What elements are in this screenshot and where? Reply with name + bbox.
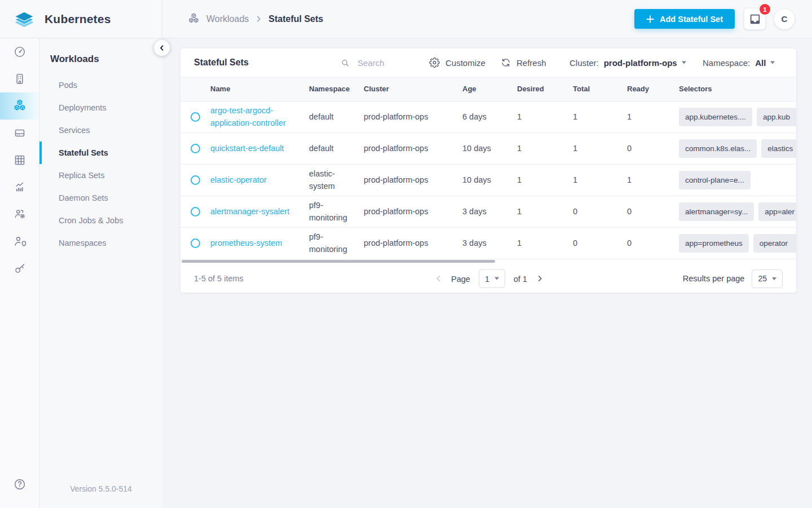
desired-cell: 1 [517,206,573,218]
page-number-dropdown[interactable]: 1 [479,270,505,288]
brand-header: Kubernetes [0,0,162,38]
selector-chip: elastics [761,139,796,158]
sidebar-item-cron-jobs-jobs[interactable]: Cron Jobs & Jobs [39,209,162,232]
stateful-set-name-link[interactable]: alertmanager-sysalert [210,207,289,216]
app-root: Kubernetes [0,0,812,508]
icon-rail [0,38,39,508]
sidebar-item-daemon-sets[interactable]: Daemon Sets [39,187,162,209]
age-cell: 10 days [462,174,517,186]
stateful-set-name-link[interactable]: elastic-operator [210,175,267,184]
horizontal-scrollbar-thumb[interactable] [182,260,495,263]
namespace-filter: Namespace: All [703,58,775,68]
column-header-cluster: Cluster [364,84,462,95]
rail-workloads-icon[interactable] [0,92,39,120]
results-per-page-dropdown[interactable]: 25 [752,270,783,288]
cluster-filter-label: Cluster: [570,58,599,68]
total-cell: 1 [573,143,627,154]
rail-monitoring-icon[interactable] [0,174,39,201]
column-header-age: Age [462,84,517,95]
selector-chip: common.k8s.elas... [679,139,757,158]
column-header-total: Total [573,84,627,95]
namespace-cell: pf9-monitoring [309,200,364,223]
stateful-sets-card: Stateful Sets [180,48,796,293]
cluster-dropdown[interactable]: prod-platform-ops [604,58,686,68]
cluster-cell: prod-platform-ops [364,174,462,186]
row-radio-button[interactable] [191,207,200,217]
selector-chip: app=prometheus [679,234,749,253]
desired-cell: 1 [517,237,573,249]
row-radio-button[interactable] [191,144,200,153]
header-actions: Add Stateful Set 1 C [634,8,795,29]
sidebar-item-replica-sets[interactable]: Replica Sets [39,164,162,187]
column-header-desired: Desired [517,84,573,95]
stateful-set-name-link[interactable]: prometheus-system [210,238,282,248]
selectors-cell: app=prometheusoperator [679,234,796,253]
column-header-selectors: Selectors [679,84,796,95]
table-row[interactable]: prometheus-system pf9-monitoring prod-pl… [180,228,796,259]
table-row[interactable]: argo-test-argocd-application-controller … [180,101,796,133]
add-stateful-set-button[interactable]: Add Stateful Set [634,9,735,29]
previous-page-button[interactable] [434,275,443,283]
rail-apps-grid-icon[interactable] [0,147,39,174]
rail-tenants-icon[interactable] [0,201,39,228]
age-cell: 6 days [462,111,517,123]
desired-cell: 1 [517,111,573,123]
chevron-down-icon [682,61,686,64]
rail-api-access-icon[interactable] [0,255,39,282]
refresh-label: Refresh [517,58,546,68]
table-row[interactable]: quickstart-es-default default prod-platf… [180,133,796,165]
namespace-cell: default [309,111,364,123]
page-number-value: 1 [485,274,489,283]
page-content: Stateful Sets [162,38,812,508]
ready-cell: 0 [627,206,679,218]
sidebar-item-services[interactable]: Services [39,119,162,142]
customize-button[interactable]: Customize [429,58,486,68]
rail-access-control-icon[interactable] [0,228,39,255]
cluster-cell: prod-platform-ops [364,237,462,249]
table-row[interactable]: elastic-operator elastic-system prod-pla… [180,165,796,196]
cluster-cell: prod-platform-ops [364,143,462,154]
version-label: Version 5.5.0-514 [39,484,162,493]
pagination: Page 1 of 1 [434,270,544,288]
namespace-dropdown[interactable]: All [755,58,775,68]
sidebar-item-stateful-sets[interactable]: Stateful Sets [39,142,162,164]
results-per-page: Results per page 25 [683,270,783,288]
avatar[interactable]: C [774,9,795,29]
refresh-button[interactable]: Refresh [501,58,546,68]
sidebar-item-pods[interactable]: Pods [39,74,162,96]
table-row[interactable]: alertmanager-sysalert pf9-monitoring pro… [180,196,796,228]
row-radio-button[interactable] [191,112,200,122]
sidebar-collapse-button[interactable] [154,40,170,56]
search-input[interactable] [356,58,418,68]
cluster-filter: Cluster: prod-platform-ops [570,58,686,68]
namespace-cell: pf9-monitoring [309,231,364,255]
table-footer: 1-5 of 5 items Page 1 of 1 [180,264,796,293]
chevron-down-icon [495,277,499,280]
help-icon[interactable] [0,471,39,498]
notifications-button[interactable]: 1 [744,8,765,29]
stateful-set-name-link[interactable]: argo-test-argocd-application-controller [210,106,286,127]
breadcrumb-parent[interactable]: Workloads [206,14,249,24]
rail-dashboard-icon[interactable] [0,38,39,65]
rail-infrastructure-icon[interactable] [0,65,39,92]
add-stateful-set-label: Add Stateful Set [660,15,723,24]
cluster-cell: prod-platform-ops [364,206,462,218]
items-count-label: 1-5 of 5 items [194,274,244,283]
page-label: Page [451,274,470,283]
age-cell: 3 days [462,206,517,218]
main-header: Workloads Stateful Sets Add Stateful Set [162,0,812,38]
selector-chip: control-plane=e... [679,171,751,190]
rail-storage-icon[interactable] [0,120,39,147]
brand-title: Kubernetes [45,12,111,26]
table-body: argo-test-argocd-application-controller … [180,101,796,259]
sidebar-item-deployments[interactable]: Deployments [39,96,162,119]
row-radio-button[interactable] [191,238,200,248]
stateful-set-name-link[interactable]: quickstart-es-default [210,144,284,153]
sidebar-item-namespaces[interactable]: Namespaces [39,232,162,254]
next-page-button[interactable] [536,275,544,283]
table-title: Stateful Sets [194,58,249,68]
cluster-dropdown-value: prod-platform-ops [604,58,677,68]
row-radio-button[interactable] [191,175,200,185]
total-cell: 1 [573,111,627,123]
breadcrumb-current: Stateful Sets [268,14,323,24]
